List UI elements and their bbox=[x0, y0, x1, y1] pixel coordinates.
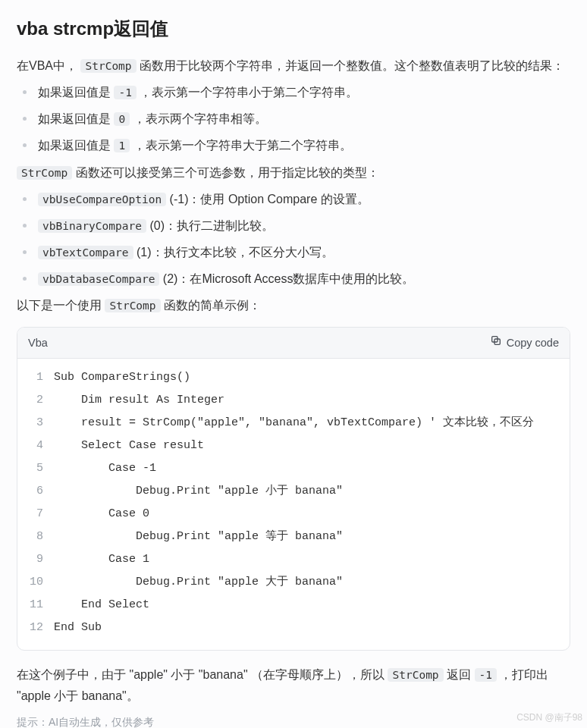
text: (2)：在Microsoft Access数据库中使用的比较。 bbox=[163, 272, 415, 285]
inline-code: 0 bbox=[114, 112, 130, 126]
text: 函数还可以接受第三个可选参数，用于指定比较的类型： bbox=[76, 166, 379, 179]
text: 在VBA中， bbox=[17, 59, 77, 72]
inline-code-strcomp: StrComp bbox=[80, 59, 136, 73]
list-item: vbUseCompareOption (-1)：使用 Option Compar… bbox=[17, 189, 570, 209]
list-item: vbTextCompare (1)：执行文本比较，不区分大小写。 bbox=[17, 242, 570, 262]
inline-code: vbDatabaseCompare bbox=[38, 272, 159, 286]
text: ，表示第一个字符串小于第二个字符串。 bbox=[140, 86, 358, 99]
return-value-list: 如果返回值是 -1 ，表示第一个字符串小于第二个字符串。 如果返回值是 0 ，表… bbox=[17, 82, 570, 156]
copy-code-label: Copy code bbox=[507, 334, 559, 353]
inline-code: 1 bbox=[114, 139, 130, 152]
copy-code-button[interactable]: Copy code bbox=[490, 334, 559, 353]
text: ，表示第一个字符串大于第二个字符串。 bbox=[133, 139, 352, 152]
list-item: vbDatabaseCompare (2)：在Microsoft Access数… bbox=[17, 268, 570, 289]
example-intro: 以下是一个使用 StrComp 函数的简单示例： bbox=[17, 295, 570, 315]
code-language-label: Vba bbox=[28, 334, 48, 353]
text: 在这个例子中，由于 "apple" 小于 "banana" （在字母顺序上），所… bbox=[17, 668, 388, 681]
param-intro: StrComp 函数还可以接受第三个可选参数，用于指定比较的类型： bbox=[17, 162, 570, 183]
inline-code-strcomp: StrComp bbox=[388, 668, 443, 682]
inline-code-strcomp: StrComp bbox=[105, 299, 160, 312]
list-item: 如果返回值是 -1 ，表示第一个字符串小于第二个字符串。 bbox=[17, 82, 570, 102]
text: ，表示两个字符串相等。 bbox=[133, 112, 267, 125]
list-item: vbBinaryCompare (0)：执行二进制比较。 bbox=[17, 215, 570, 236]
param-list: vbUseCompareOption (-1)：使用 Option Compar… bbox=[17, 189, 570, 290]
text: 以下是一个使用 bbox=[17, 299, 105, 312]
intro-paragraph: 在VBA中， StrComp 函数用于比较两个字符串，并返回一个整数值。这个整数… bbox=[17, 55, 570, 76]
text: (1)：执行文本比较，不区分大小写。 bbox=[137, 246, 334, 259]
code-block: Vba Copy code 1 2 3 4 5 6 7 8 9 10 11 12… bbox=[17, 327, 570, 651]
inline-code: -1 bbox=[475, 668, 497, 682]
list-item: 如果返回值是 0 ，表示两个字符串相等。 bbox=[17, 108, 570, 129]
line-number-gutter: 1 2 3 4 5 6 7 8 9 10 11 12 bbox=[17, 366, 54, 639]
text: 如果返回值是 bbox=[38, 112, 114, 125]
inline-code-strcomp: StrComp bbox=[17, 166, 72, 180]
text: 如果返回值是 bbox=[38, 139, 114, 152]
page-title: vba strcmp返回值 bbox=[17, 14, 570, 45]
code-body: 1 2 3 4 5 6 7 8 9 10 11 12 Sub CompareSt… bbox=[17, 359, 570, 650]
footer-hint: 提示：AI自动生成，仅供参考 bbox=[17, 714, 570, 728]
code-lines: Sub CompareStrings() Dim result As Integ… bbox=[54, 366, 570, 639]
text: (-1)：使用 Option Compare 的设置。 bbox=[170, 193, 369, 206]
list-item: 如果返回值是 1 ，表示第一个字符串大于第二个字符串。 bbox=[17, 135, 570, 155]
text: 函数用于比较两个字符串，并返回一个整数值。这个整数值表明了比较的结果： bbox=[140, 59, 564, 72]
inline-code: -1 bbox=[114, 86, 136, 99]
text: 如果返回值是 bbox=[38, 86, 114, 99]
outro-paragraph: 在这个例子中，由于 "apple" 小于 "banana" （在字母顺序上），所… bbox=[17, 664, 570, 705]
text: (0)：执行二进制比较。 bbox=[149, 219, 274, 232]
inline-code: vbBinaryCompare bbox=[38, 219, 146, 233]
text: 函数的简单示例： bbox=[164, 299, 261, 312]
code-header: Vba Copy code bbox=[17, 328, 570, 359]
text: 返回 bbox=[447, 668, 474, 681]
inline-code: vbTextCompare bbox=[38, 246, 133, 259]
copy-icon bbox=[490, 334, 502, 353]
inline-code: vbUseCompareOption bbox=[38, 193, 166, 206]
